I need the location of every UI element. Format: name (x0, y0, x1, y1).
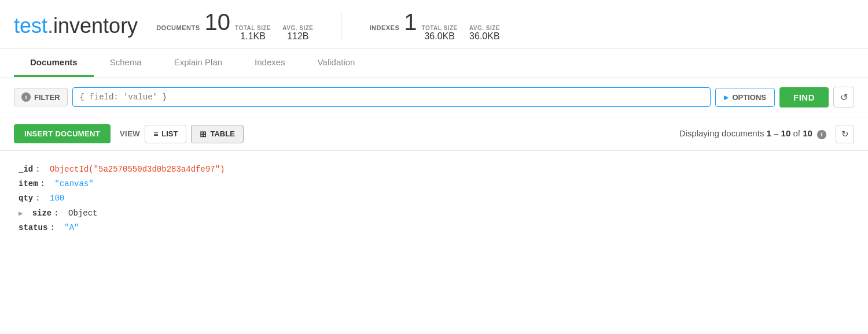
table-icon: ⊞ (200, 129, 207, 139)
idx-avg-size-label: AVG. SIZE (469, 25, 500, 31)
field-item-value: "canvas" (54, 177, 93, 191)
docs-total-size-label: TOTAL SIZE (235, 25, 271, 31)
documents-stat: DOCUMENTS 10 TOTAL SIZE 1.1KB AVG. SIZE … (156, 10, 332, 42)
table-view-button[interactable]: ⊞ TABLE (191, 125, 243, 143)
docs-avg-size-value: 112B (287, 31, 308, 42)
options-button[interactable]: ▶ OPTIONS (715, 88, 775, 107)
docs-avg-size-label: AVG. SIZE (282, 25, 313, 31)
table-label: TABLE (210, 129, 234, 138)
list-icon: ≡ (153, 129, 158, 139)
indexes-label: INDEXES (369, 24, 399, 31)
indexes-stat: INDEXES 1 TOTAL SIZE 36.0KB AVG. SIZE 36… (351, 10, 518, 42)
field-id: _id: ObjectId("5a2570550d3d0b283a4dfe97"… (19, 162, 225, 177)
refresh-icon: ↻ (841, 129, 849, 139)
tabs: Documents Schema Explain Plan Indexes Va… (0, 49, 868, 77)
filter-info-icon: i (21, 92, 31, 102)
refresh-button[interactable]: ↻ (836, 125, 854, 143)
documents-sub-stats: TOTAL SIZE 1.1KB AVG. SIZE 112B (235, 25, 313, 42)
tab-schema[interactable]: Schema (94, 49, 158, 77)
field-qty-key: qty (19, 191, 33, 206)
list-view-button[interactable]: ≡ LIST (145, 125, 186, 143)
logo: test.inventory (14, 16, 138, 36)
of-text: of (793, 128, 800, 138)
field-qty-value: 100 (50, 191, 64, 206)
idx-total-size-label: TOTAL SIZE (422, 25, 458, 31)
tab-indexes[interactable]: Indexes (238, 49, 301, 77)
field-item-key: item (19, 177, 38, 191)
list-label: LIST (161, 129, 178, 138)
field-qty: qty: 100 (19, 191, 225, 206)
find-button[interactable]: FIND (779, 87, 829, 107)
field-status: status: "A" (19, 221, 225, 235)
stats-group: DOCUMENTS 10 TOTAL SIZE 1.1KB AVG. SIZE … (156, 10, 518, 42)
displaying-text: Displaying documents (679, 128, 764, 138)
idx-avg-size-value: 36.0KB (469, 31, 499, 42)
indexes-sub-stats: TOTAL SIZE 36.0KB AVG. SIZE 36.0KB (422, 25, 500, 42)
content-wrapper: _id: ObjectId("5a2570550d3d0b283a4dfe97"… (0, 151, 868, 266)
docs-total-size-value: 1.1KB (240, 31, 266, 42)
range-end: 10 (781, 128, 791, 138)
field-id-key: _id (19, 162, 33, 177)
indexes-count: 1 (404, 10, 417, 34)
reset-icon: ↺ (840, 92, 848, 103)
field-status-value: "A" (64, 221, 79, 235)
reset-button[interactable]: ↺ (833, 87, 854, 107)
filter-label: FILTER (34, 93, 60, 102)
field-item: item: "canvas" (19, 177, 225, 191)
view-label: VIEW (120, 129, 140, 138)
toolbar: INSERT DOCUMENT VIEW ≡ LIST ⊞ TABLE Disp… (0, 117, 868, 151)
options-arrow-icon: ▶ (724, 94, 729, 101)
field-id-value: ObjectId("5a2570550d3d0b283a4dfe97") (50, 162, 225, 177)
tab-documents[interactable]: Documents (14, 49, 94, 77)
documents-count: 10 (205, 10, 231, 34)
document-area: _id: ObjectId("5a2570550d3d0b283a4dfe97"… (0, 151, 243, 266)
field-size-value: Object (68, 206, 97, 221)
logo-inventory: inventory (53, 14, 138, 38)
options-label: OPTIONS (732, 93, 766, 102)
header: test.inventory DOCUMENTS 10 TOTAL SIZE 1… (0, 0, 868, 49)
total-count: 10 (803, 128, 812, 138)
insert-document-button[interactable]: INSERT DOCUMENT (14, 124, 111, 143)
tab-explain-plan[interactable]: Explain Plan (158, 49, 238, 77)
logo-test: test (14, 14, 47, 38)
display-info-icon: i (817, 130, 826, 139)
expand-icon[interactable]: ▶ (19, 208, 23, 221)
range-sep: – (774, 128, 781, 138)
filter-input[interactable] (72, 87, 711, 107)
filter-bar: i FILTER ▶ OPTIONS FIND ↺ (0, 77, 868, 117)
idx-total-size-value: 36.0KB (424, 31, 454, 42)
field-status-key: status (19, 221, 47, 235)
filter-button[interactable]: i FILTER (14, 88, 68, 106)
stat-divider (341, 12, 341, 40)
field-size[interactable]: ▶ size: Object (19, 206, 225, 221)
tab-validation[interactable]: Validation (301, 49, 372, 77)
range-start: 1 (767, 128, 771, 138)
display-info: Displaying documents 1 – 10 of 10 i (679, 128, 826, 139)
field-size-key: size (32, 206, 52, 221)
documents-label: DOCUMENTS (156, 24, 200, 31)
